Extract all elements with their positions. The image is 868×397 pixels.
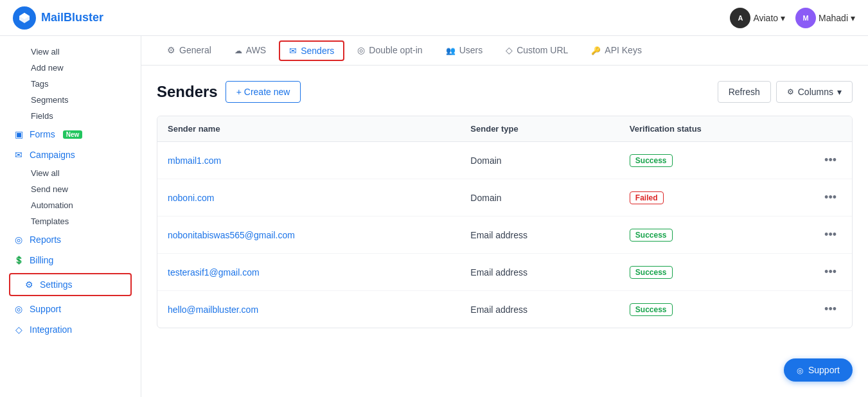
tab-senders-label: Senders — [301, 46, 334, 56]
refresh-label: Refresh — [729, 87, 760, 97]
status-badge: Failed — [630, 191, 664, 204]
table-row: nobonitabiswas565@gmail.com Email addres… — [157, 216, 852, 254]
support-nav-icon — [13, 303, 24, 315]
tab-senders[interactable]: Senders — [279, 40, 344, 61]
support-floating-button[interactable]: Support — [784, 358, 853, 382]
key-tab-icon — [591, 45, 601, 55]
sidebar-item-automation[interactable]: Automation — [26, 197, 141, 213]
row-actions: ••• — [809, 216, 852, 254]
aviato-chevron: ▾ — [781, 13, 785, 23]
tab-custom-url[interactable]: Custom URL — [495, 36, 578, 66]
sidebar-item-fields[interactable]: Fields — [26, 108, 141, 124]
mahadi-avatar: M — [795, 8, 816, 28]
tab-api-keys[interactable]: API Keys — [581, 36, 652, 66]
sidebar-label-templates: Templates — [31, 216, 69, 226]
sender-name-cell[interactable]: noboni.com — [157, 179, 460, 216]
row-actions: ••• — [809, 291, 852, 328]
tab-custom-url-label: Custom URL — [517, 45, 568, 55]
columns-button[interactable]: Columns ▾ — [776, 81, 853, 103]
columns-label: Columns — [798, 87, 833, 97]
verification-status-cell: Success — [619, 142, 809, 179]
tab-double-opt-in-label: Double opt-in — [369, 45, 422, 55]
content-area: Senders + Create new Refresh Columns ▾ — [141, 66, 868, 397]
sidebar-label-forms: Forms — [30, 129, 55, 139]
tab-general[interactable]: General — [157, 36, 222, 66]
table-body: mbmail1.com Domain Success ••• noboni.co… — [157, 142, 852, 328]
sidebar-label-campaigns: Campaigns — [30, 150, 75, 160]
sidebar-item-templates[interactable]: Templates — [26, 213, 141, 229]
tab-double-opt-in[interactable]: Double opt-in — [347, 36, 432, 66]
sidebar-item-forms[interactable]: Forms New — [0, 124, 141, 145]
integration-icon — [13, 324, 24, 335]
mahadi-user[interactable]: M Mahadi ▾ — [795, 8, 855, 28]
sidebar-label-settings: Settings — [40, 279, 73, 290]
sidebar-item-reports[interactable]: Reports — [0, 229, 141, 250]
users-tab-icon — [446, 45, 456, 55]
sidebar-item-billing[interactable]: Billing — [0, 250, 141, 270]
double-tab-icon — [357, 45, 365, 55]
sidebar-item-settings[interactable]: Settings — [9, 273, 132, 296]
row-menu-button[interactable]: ••• — [819, 151, 842, 170]
sidebar-settings-wrapper: Settings — [0, 270, 141, 299]
header-left: Senders + Create new — [157, 81, 301, 103]
status-badge: Success — [630, 229, 673, 242]
table-row: mbmail1.com Domain Success ••• — [157, 142, 852, 179]
sender-name-cell[interactable]: mbmail1.com — [157, 142, 460, 179]
verification-status-cell: Success — [619, 254, 809, 291]
page-title: Senders — [157, 83, 218, 101]
col-sender-type: Sender type — [460, 116, 619, 142]
tab-users-label: Users — [459, 45, 483, 55]
settings-icon — [23, 279, 35, 290]
sender-type-cell: Email address — [460, 291, 619, 328]
sidebar-label-segments: Segments — [31, 95, 69, 105]
tab-general-label: General — [179, 45, 211, 55]
aviato-avatar: A — [730, 8, 750, 28]
sidebar-item-campaigns[interactable]: Campaigns — [0, 145, 141, 165]
status-badge: Success — [630, 266, 673, 279]
create-new-label: + Create new — [236, 87, 290, 97]
sidebar-label-support: Support — [30, 304, 61, 314]
logo[interactable]: MailBluster — [13, 6, 103, 30]
sender-type-cell: Domain — [460, 142, 619, 179]
sidebar-label-tags: Tags — [31, 79, 48, 89]
senders-table: Sender name Sender type Verification sta… — [157, 116, 852, 328]
sender-name-cell[interactable]: nobonitabiswas565@gmail.com — [157, 216, 460, 254]
table-row: noboni.com Domain Failed ••• — [157, 179, 852, 216]
sidebar-item-view-all-campaigns[interactable]: View all — [26, 165, 141, 181]
sidebar-item-tags[interactable]: Tags — [26, 76, 141, 92]
sidebar-item-segments[interactable]: Segments — [26, 92, 141, 108]
aviato-user[interactable]: A Aviato ▾ — [730, 8, 785, 28]
sender-type-cell: Domain — [460, 179, 619, 216]
sender-name-cell[interactable]: testerasif1@gmail.com — [157, 254, 460, 291]
verification-status-cell: Failed — [619, 179, 809, 216]
campaigns-icon — [13, 149, 24, 161]
sidebar-label-add-new: Add new — [31, 63, 64, 73]
sidebar-label-view-all-campaigns: View all — [31, 168, 60, 178]
sidebar-label-view-all-top: View all — [31, 47, 60, 57]
row-menu-button[interactable]: ••• — [819, 225, 842, 244]
row-menu-button[interactable]: ••• — [819, 188, 842, 207]
sidebar-label-reports: Reports — [30, 234, 61, 245]
sidebar-item-support[interactable]: Support — [0, 299, 141, 319]
sender-type-cell: Email address — [460, 254, 619, 291]
tab-users[interactable]: Users — [436, 36, 493, 66]
table-header: Sender name Sender type Verification sta… — [157, 116, 852, 142]
sidebar-item-integration[interactable]: Integration — [0, 319, 141, 340]
refresh-button[interactable]: Refresh — [718, 81, 771, 103]
sender-name-cell[interactable]: hello@mailbluster.com — [157, 291, 460, 328]
billing-icon — [13, 254, 24, 266]
aviato-name: Aviato — [753, 13, 778, 23]
tab-aws[interactable]: AWS — [224, 36, 276, 66]
sidebar-item-view-all-top[interactable]: View all — [26, 44, 141, 60]
logo-icon — [13, 6, 36, 30]
row-menu-button[interactable]: ••• — [819, 300, 842, 319]
mahadi-chevron: ▾ — [851, 13, 855, 23]
main-area: General AWS Senders Double opt-in Users — [141, 36, 868, 397]
columns-chevron: ▾ — [837, 87, 842, 97]
sidebar-item-add-new[interactable]: Add new — [26, 60, 141, 76]
table-row: testerasif1@gmail.com Email address Succ… — [157, 254, 852, 291]
create-new-button[interactable]: + Create new — [226, 81, 301, 103]
sidebar-label-send-new: Send new — [31, 184, 68, 194]
sidebar-item-send-new[interactable]: Send new — [26, 181, 141, 197]
row-menu-button[interactable]: ••• — [819, 263, 842, 281]
